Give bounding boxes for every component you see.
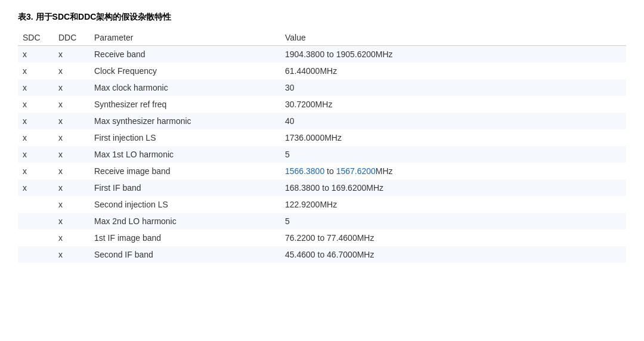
cell-parameter: Max 2nd LO harmonic [89, 213, 280, 230]
table-row: xSecond injection LS122.9200MHz [18, 196, 626, 213]
cell-sdc [18, 213, 54, 230]
cell-sdc [18, 196, 54, 213]
value-link-1[interactable]: 1566.3800 [285, 166, 324, 176]
data-table: SDC DDC Parameter Value xxReceive band19… [18, 30, 626, 263]
table-row: xxSynthesizer ref freq30.7200MHz [18, 96, 626, 113]
cell-ddc: x [54, 196, 89, 213]
cell-ddc: x [54, 163, 89, 179]
table-row: xxMax 1st LO harmonic5 [18, 146, 626, 163]
table-row: xxFirst IF band168.3800 to 169.6200MHz [18, 179, 626, 196]
table-row: xSecond IF band45.4600 to 46.7000MHz [18, 246, 626, 263]
cell-parameter: Synthesizer ref freq [89, 96, 280, 113]
cell-ddc: x [54, 46, 89, 63]
cell-parameter: First injection LS [89, 129, 280, 146]
cell-parameter: Receive image band [89, 163, 280, 179]
table-row: xxReceive band1904.3800 to 1905.6200MHz [18, 46, 626, 63]
cell-parameter: Receive band [89, 46, 280, 63]
cell-sdc: x [18, 46, 54, 63]
cell-value: 168.3800 to 169.6200MHz [280, 179, 626, 196]
cell-sdc: x [18, 113, 54, 129]
cell-parameter: Max synthesizer harmonic [89, 113, 280, 129]
cell-parameter: First IF band [89, 179, 280, 196]
cell-value: 76.2200 to 77.4600MHz [280, 230, 626, 246]
cell-sdc: x [18, 146, 54, 163]
cell-ddc: x [54, 63, 89, 79]
cell-sdc: x [18, 179, 54, 196]
cell-sdc: x [18, 129, 54, 146]
cell-value: 1904.3800 to 1905.6200MHz [280, 46, 626, 63]
cell-value: 40 [280, 113, 626, 129]
cell-value: 1566.3800 to 1567.6200MHz [280, 163, 626, 179]
cell-value: 5 [280, 146, 626, 163]
col-header-ddc: DDC [54, 30, 89, 46]
value-link-2[interactable]: 1567.6200 [336, 166, 376, 176]
cell-ddc: x [54, 79, 89, 96]
cell-ddc: x [54, 96, 89, 113]
cell-ddc: x [54, 213, 89, 230]
table-row: xxMax synthesizer harmonic40 [18, 113, 626, 129]
cell-value: 5 [280, 213, 626, 230]
cell-value: 45.4600 to 46.7000MHz [280, 246, 626, 263]
cell-value: 122.9200MHz [280, 196, 626, 213]
cell-ddc: x [54, 246, 89, 263]
cell-parameter: Clock Frequency [89, 63, 280, 79]
col-header-value: Value [280, 30, 626, 46]
col-header-parameter: Parameter [89, 30, 280, 46]
cell-ddc: x [54, 146, 89, 163]
table-row: xxReceive image band1566.3800 to 1567.62… [18, 163, 626, 179]
cell-parameter: 1st IF image band [89, 230, 280, 246]
cell-parameter: Max clock harmonic [89, 79, 280, 96]
cell-parameter: Max 1st LO harmonic [89, 146, 280, 163]
cell-ddc: x [54, 179, 89, 196]
cell-ddc: x [54, 113, 89, 129]
cell-sdc: x [18, 79, 54, 96]
table-row: xxClock Frequency61.44000MHz [18, 63, 626, 79]
cell-value: 61.44000MHz [280, 63, 626, 79]
cell-parameter: Second IF band [89, 246, 280, 263]
cell-sdc [18, 246, 54, 263]
cell-value: 30.7200MHz [280, 96, 626, 113]
table-row: xMax 2nd LO harmonic5 [18, 213, 626, 230]
cell-ddc: x [54, 230, 89, 246]
cell-parameter: Second injection LS [89, 196, 280, 213]
cell-sdc [18, 230, 54, 246]
table-row: x1st IF image band76.2200 to 77.4600MHz [18, 230, 626, 246]
col-header-sdc: SDC [18, 30, 54, 46]
cell-value: 1736.0000MHz [280, 129, 626, 146]
table-title: 表3. 用于SDC和DDC架构的假设杂散特性 [18, 12, 626, 23]
cell-sdc: x [18, 63, 54, 79]
table-row: xxFirst injection LS1736.0000MHz [18, 129, 626, 146]
table-row: xxMax clock harmonic30 [18, 79, 626, 96]
cell-sdc: x [18, 163, 54, 179]
cell-value: 30 [280, 79, 626, 96]
cell-ddc: x [54, 129, 89, 146]
cell-sdc: x [18, 96, 54, 113]
